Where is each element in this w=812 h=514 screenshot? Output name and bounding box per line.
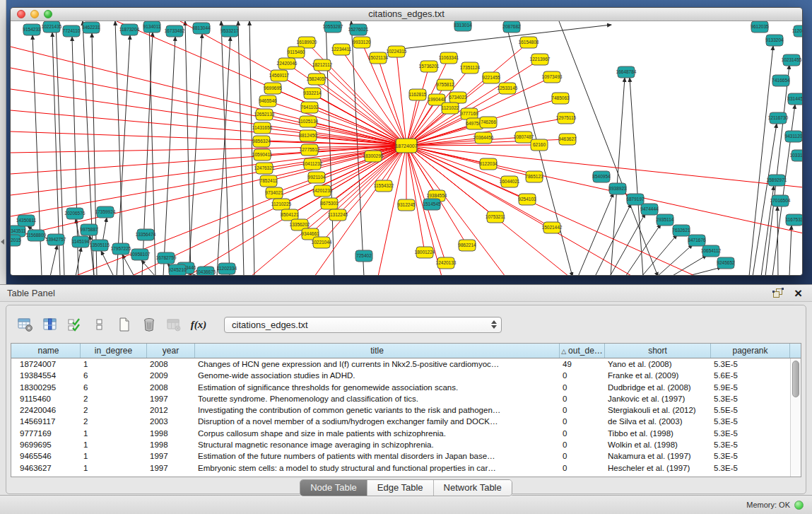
table-cell: 1 [81, 450, 147, 462]
column-header-out-de-[interactable]: △out_de… [560, 344, 605, 358]
close-panel-icon[interactable]: × [794, 285, 802, 301]
graph-node-label: 12533145 [498, 86, 518, 90]
scrollbar-thumb[interactable] [792, 361, 799, 397]
graph-edge [406, 146, 552, 228]
table-cell: Corpus callosum shape and size in male p… [195, 428, 560, 439]
graph-node-label: 11873204 [119, 27, 140, 32]
cytoscape-app: citations_edges.txt 16189920911546022420… [0, 0, 812, 514]
table-cell: Franke et al. (2009) [605, 370, 711, 381]
table-row[interactable]: 1830029562008Estimation of significance … [17, 382, 790, 393]
column-header-name[interactable]: name [17, 344, 81, 358]
graph-node-label: 12476321 [254, 165, 275, 170]
graph-node-label: 10590411 [252, 152, 273, 157]
table-cell: 5.3E-5 [711, 358, 790, 370]
zoom-button[interactable] [44, 10, 52, 18]
table-cell: Nakamura et al. (1997) [605, 450, 711, 462]
function-builder-icon[interactable]: f(x) [189, 315, 208, 334]
tab-edge-table[interactable]: Edge Table [367, 480, 434, 496]
selection-mode-icon[interactable] [66, 315, 84, 334]
graph-node-label: 15021134 [368, 55, 389, 60]
graph-node-label: 8122015 [11, 238, 21, 243]
show-columns-icon[interactable] [41, 315, 59, 334]
table-row[interactable]: 911546021997Tourette syndrome. Phenomeno… [17, 393, 790, 404]
minimize-button[interactable] [30, 10, 39, 18]
graph-node-label: 10411232 [302, 161, 323, 166]
graph-edge [765, 65, 789, 276]
table-cell: Genome-wide association studies in ADHD. [195, 370, 560, 381]
table-cell: de Silva et al. (2003) [605, 416, 711, 427]
memory-ok-indicator-icon [794, 501, 804, 510]
panel-collapse-arrow-icon[interactable] [1, 239, 4, 245]
graph-node-label: 2935114 [657, 217, 674, 222]
graph-edge [630, 78, 643, 276]
network-canvas[interactable]: 1618992091154602242004614569117969969594… [11, 21, 803, 276]
column-header-year[interactable]: year [147, 344, 195, 358]
graph-edge [117, 35, 130, 276]
column-header-in-degree[interactable]: in_degree [81, 344, 147, 358]
network-view-area: citations_edges.txt 16189920911546022420… [0, 0, 812, 284]
table-row[interactable]: 946362711997Embryonic stem cells: a mode… [17, 462, 790, 474]
graph-node-label: 9975887 [80, 227, 98, 232]
table-cell: 5.3E-5 [711, 393, 790, 404]
column-header-title[interactable]: title [195, 344, 560, 358]
table-cell: 5.3E-5 [711, 439, 790, 450]
graph-edge [189, 34, 202, 276]
table-row[interactable]: 977716911998Corpus callosum shape and si… [17, 428, 790, 439]
tab-network-table[interactable]: Network Table [434, 480, 512, 496]
table-type-tabs: Node TableEdge TableNetwork Table [300, 479, 512, 496]
close-button[interactable] [17, 10, 25, 18]
delete-table-icon[interactable] [140, 315, 158, 334]
table-settings-icon[interactable] [16, 315, 35, 334]
table-row[interactable]: 1938455462009Genome-wide association stu… [17, 370, 790, 381]
graph-node-label: 17957225 [111, 246, 131, 251]
tab-node-table[interactable]: Node Table [300, 480, 367, 496]
graph-node-label: 9332214 [303, 90, 322, 95]
column-header-short[interactable]: short [605, 344, 711, 358]
network-window[interactable]: citations_edges.txt 16189920911546022420… [10, 7, 803, 276]
column-header-pagerank[interactable]: pagerank [711, 344, 790, 358]
graph-node-label: 14350811 [16, 218, 37, 223]
new-document-icon[interactable] [115, 315, 134, 334]
table-row[interactable]: 969969511998Structural magnetic resonanc… [17, 439, 790, 450]
graph-node-label: 15021442 [542, 225, 563, 230]
graph-node-label: 14201233 [312, 188, 333, 193]
graph-node-label: 10958107 [130, 252, 151, 257]
table-cell: 2003 [147, 416, 195, 427]
graph-node-label: 8462231 [82, 25, 100, 30]
graph-node-label: 12975115 [556, 115, 577, 120]
table-cell: 2 [81, 404, 147, 416]
table-cell: 2008 [147, 358, 195, 370]
float-window-icon[interactable] [772, 288, 784, 299]
graph-node-label: 6734023 [449, 95, 467, 100]
graph-node-label: 9343511 [11, 228, 26, 233]
graph-node-label: 9344661 [301, 231, 319, 236]
graph-node-label: 8504121 [281, 212, 299, 217]
table-panel-header[interactable]: Table Panel × [0, 285, 812, 302]
dropdown-stepper-icon [491, 320, 497, 329]
table-cell: 5.3E-5 [711, 428, 790, 439]
table-row[interactable]: 946554611997Estimation of the future num… [17, 450, 790, 462]
table-cell: 2009 [147, 370, 195, 381]
table-cell: 5.3E-5 [711, 462, 790, 474]
row-height-icon[interactable] [90, 315, 109, 334]
graph-node-label: 8813044 [192, 25, 211, 30]
table-scrollbar[interactable] [790, 358, 801, 477]
graph-node-label: 9431120 [785, 134, 803, 139]
graph-node-label: 9699695 [264, 86, 282, 90]
graph-node-label: 16782759 [156, 255, 177, 260]
table-row[interactable]: 1872400712008Changes of HCN gene express… [17, 358, 790, 370]
graph-node-label: 9533217 [220, 28, 239, 33]
table-cell: 18300295 [17, 382, 81, 393]
network-window-titlebar[interactable]: citations_edges.txt [11, 8, 802, 21]
graph-node-label: 1514545 [423, 201, 441, 206]
graph-node-label: 13505115 [90, 243, 110, 247]
table-cell: 9465546 [17, 450, 81, 462]
table-cell: 5.9E-5 [711, 382, 790, 393]
table-row[interactable]: 1456911722003Disruption of a novel membe… [17, 416, 790, 427]
graph-node-label: 11210225 [271, 201, 292, 206]
table-row[interactable]: 2242004622012Investigating the contribut… [17, 404, 790, 416]
graph-node-label: 9755812 [436, 82, 454, 87]
graph-node-label: 12234411 [331, 47, 352, 52]
table-selector-dropdown[interactable]: citations_edges.txt [224, 317, 502, 333]
graph-node-label: 8314452 [787, 96, 803, 101]
